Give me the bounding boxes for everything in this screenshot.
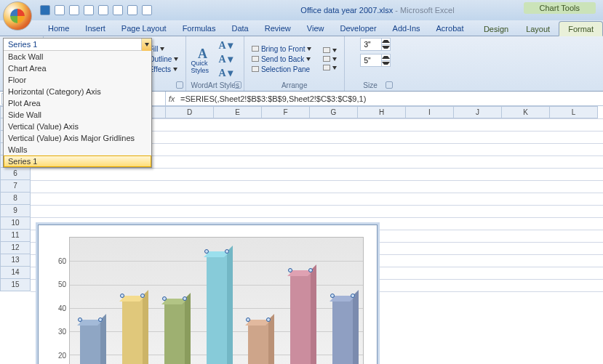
dropdown-item[interactable]: Vertical (Value) Axis (4, 121, 151, 132)
text-fill-button[interactable]: A ▾ (218, 39, 233, 52)
dropdown-toggle[interactable] (141, 39, 151, 51)
tab-home[interactable]: Home (40, 20, 77, 36)
selection-handle[interactable] (162, 296, 167, 301)
selection-handle[interactable] (308, 268, 313, 272)
column-header[interactable]: E (214, 106, 262, 118)
tab-insert[interactable]: Insert (77, 20, 113, 36)
selection-handle[interactable] (98, 318, 103, 322)
qat-icon[interactable] (84, 5, 94, 15)
tab-format[interactable]: Format (559, 21, 603, 36)
row-header[interactable]: 14 (0, 267, 31, 279)
spin-up-icon[interactable] (382, 39, 390, 45)
app-name: Microsoft Excel (400, 6, 455, 15)
chevron-down-icon (332, 57, 337, 61)
dialog-launcher-icon[interactable] (176, 81, 183, 89)
dropdown-item[interactable]: Walls (4, 144, 151, 155)
row-header[interactable]: 6 (0, 168, 31, 180)
column-header[interactable]: F (262, 106, 310, 118)
column-header[interactable]: J (454, 106, 502, 118)
column-header[interactable]: D (166, 106, 214, 118)
qat-undo-icon[interactable] (55, 5, 65, 15)
column-header[interactable]: G (310, 106, 358, 118)
bar[interactable] (248, 320, 268, 364)
column-header[interactable]: H (358, 106, 406, 118)
dropdown-item[interactable]: Chart Area (4, 62, 151, 74)
row-header[interactable]: 8 (0, 193, 31, 205)
qat-save-icon[interactable] (40, 5, 50, 15)
spin-down-icon[interactable] (382, 61, 390, 67)
selection-handle[interactable] (204, 249, 209, 254)
spin-down-icon[interactable] (382, 45, 390, 51)
bar[interactable] (80, 320, 100, 364)
tab-formulas[interactable]: Formulas (175, 20, 224, 36)
qat-icon[interactable] (113, 5, 123, 15)
text-outline-button[interactable]: A ▾ (218, 53, 233, 65)
row-header[interactable]: 7 (0, 180, 31, 193)
dropdown-item[interactable]: Horizontal (Category) Axis (4, 86, 151, 97)
row-header[interactable]: 10 (0, 217, 31, 230)
group-label: Size (349, 80, 391, 89)
row-header[interactable]: 11 (0, 230, 31, 242)
height-input[interactable] (360, 38, 391, 51)
column-header[interactable]: I (406, 106, 454, 118)
selection-handle[interactable] (225, 249, 229, 254)
office-button[interactable] (3, 1, 32, 31)
group-button[interactable] (320, 55, 340, 62)
dropdown-item[interactable]: Plot Area (4, 97, 151, 109)
size-group: Size (345, 36, 395, 91)
formula-input[interactable]: =SERIES(,Sheet2!$B$3:$B$9,Sheet2!$C$3:$C… (177, 94, 603, 103)
bar[interactable] (332, 296, 353, 364)
dialog-launcher-icon[interactable] (386, 81, 393, 89)
qat-icon[interactable] (98, 5, 108, 15)
dialog-launcher-icon[interactable] (234, 81, 241, 89)
row-header[interactable]: 9 (0, 205, 31, 217)
tab-acrobat[interactable]: Acrobat (428, 20, 472, 36)
embedded-chart[interactable]: 0102030405060 SamBillJamesMikePeteSimonJ… (38, 225, 378, 364)
ribbon-tabs: HomeInsertPage LayoutFormulasDataReviewV… (0, 20, 603, 36)
dropdown-item[interactable]: Series 1 (4, 155, 151, 167)
dropdown-item[interactable]: Back Wall (4, 51, 151, 62)
qat-redo-icon[interactable] (69, 5, 79, 15)
tab-developer[interactable]: Developer (332, 20, 384, 36)
dropdown-item[interactable]: Floor (4, 74, 151, 86)
bar[interactable] (164, 299, 185, 364)
dropdown-item[interactable]: Vertical (Value) Axis Major Gridlines (4, 132, 151, 144)
wordart-styles-group: AQuick Styles A ▾ A ▾ A ▾ WordArt Styles (186, 36, 244, 91)
tab-review[interactable]: Review (257, 20, 299, 36)
send-to-back-button[interactable]: Send to Back (249, 54, 315, 64)
bring-to-front-button[interactable]: Bring to Front (249, 44, 315, 54)
fx-icon[interactable]: fx (166, 94, 177, 103)
row-header[interactable]: 13 (0, 254, 31, 267)
qat-icon[interactable] (142, 5, 152, 15)
selection-handle[interactable] (78, 318, 82, 322)
row-header[interactable]: 12 (0, 242, 31, 254)
tab-design[interactable]: Design (475, 22, 517, 36)
align-button[interactable] (320, 46, 340, 54)
chevron-down-icon (307, 47, 311, 51)
selection-pane-icon (252, 66, 259, 72)
selection-handle[interactable] (288, 268, 292, 272)
qat-icon[interactable] (127, 5, 137, 15)
tab-add-ins[interactable]: Add-Ins (385, 20, 428, 36)
tab-data[interactable]: Data (223, 20, 256, 36)
tab-view[interactable]: View (299, 20, 332, 36)
chart-element-dropdown[interactable]: Series 1 Back WallChart AreaFloorHorizon… (3, 38, 152, 168)
quick-styles-button[interactable]: AQuick Styles (191, 48, 214, 70)
tab-layout[interactable]: Layout (517, 22, 559, 36)
width-input[interactable] (360, 54, 391, 67)
window-title: Office data year 2007.xlsx - Microsoft E… (300, 6, 454, 15)
bar[interactable] (207, 251, 227, 364)
rotate-button[interactable] (320, 64, 340, 71)
bar[interactable] (122, 296, 143, 364)
row-header[interactable]: 15 (0, 279, 31, 291)
text-effects-button[interactable]: A ▾ (218, 67, 233, 79)
selection-pane-button[interactable]: Selection Pane (249, 65, 315, 74)
rotate-icon (323, 65, 330, 70)
selection-handle[interactable] (183, 296, 187, 301)
spin-up-icon[interactable] (382, 54, 390, 61)
column-header[interactable]: K (502, 106, 550, 118)
tab-page-layout[interactable]: Page Layout (113, 20, 175, 36)
bar[interactable] (290, 270, 311, 364)
column-header[interactable]: L (550, 106, 598, 118)
dropdown-item[interactable]: Side Wall (4, 109, 151, 121)
